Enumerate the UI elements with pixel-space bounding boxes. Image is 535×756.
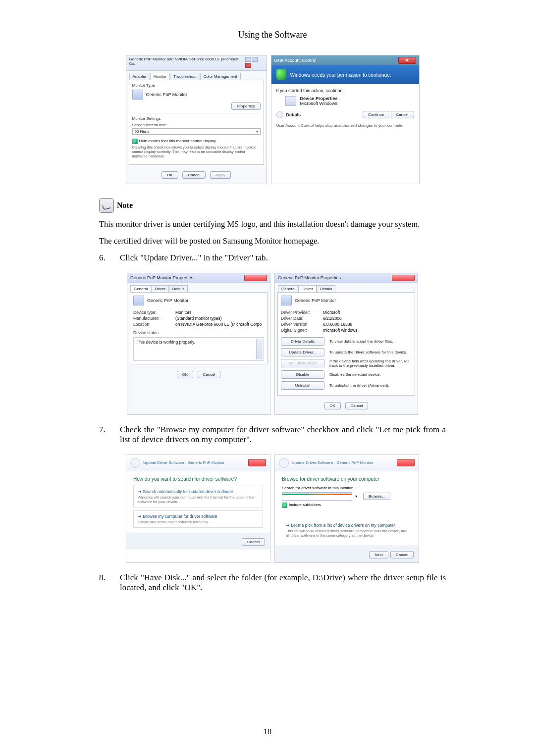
tab-details[interactable]: Details [169,285,188,292]
device-status-text: This device is working properly. [137,340,195,345]
signer-value: microsoft windows [323,328,357,333]
uac-dialog: User Account Control Windows needs your … [271,55,420,184]
ok-button[interactable]: OK [161,171,178,179]
driver-details-button[interactable]: Driver Details [281,337,324,346]
close-icon[interactable] [392,275,415,281]
cancel-button[interactable]: Cancel [198,371,221,378]
hide-modes-desc: Clearing this check box allows you to se… [132,145,261,158]
step-text: Click "Update Driver..." in the "Driver"… [120,253,446,263]
option-desc: Windows will search your computer and th… [138,495,259,504]
option-heading: Search automatically for updated driver … [138,489,259,494]
uac-help-text: User Account Control helps stop unauthor… [276,123,414,128]
tab-general[interactable]: General [130,285,151,292]
rollback-desc: If the device fails after updating the d… [329,359,412,368]
ok-button[interactable]: OK [177,371,194,378]
disable-desc: Disables the selected device. [329,372,412,377]
properties-button[interactable]: Properties [231,102,260,110]
tab-details[interactable]: Details [317,285,335,292]
tab-monitor[interactable]: Monitor [150,73,170,80]
note-paragraph-1: This monitor driver is under certifying … [99,219,446,230]
date-value: 6/21/2006 [323,316,342,321]
step-number: 7. [99,425,108,445]
dialog-title: Generic PnP Monitor Properties [278,275,341,280]
option-heading: Browse my computer for driver software [138,514,259,519]
tab-driver[interactable]: Driver [151,285,168,292]
tab-strip: Adapter Monitor Troubleshoot Color Manag… [126,71,267,80]
monitor-icon [132,90,143,100]
tab-color[interactable]: Color Management [200,73,241,80]
details-label[interactable]: Details [286,112,301,117]
uninstall-button[interactable]: Uninstall [281,381,324,390]
tab-troubleshoot[interactable]: Troubleshoot [170,73,200,80]
screenshot-row-3: Update Driver Software - Generic PnP Mon… [99,454,446,563]
manufacturer-label: Manufacturer: [133,316,175,321]
close-icon[interactable] [398,57,416,64]
location-label: Location: [133,322,175,327]
version-label: Driver Version: [281,322,323,327]
browse-button[interactable]: Browse... [363,493,390,500]
date-label: Driver Date: [281,316,323,321]
step-7: 7. Check the "Browse my computer for dri… [99,425,446,445]
monitor-settings-label: Monitor Settings [132,116,261,121]
update-driver-wizard-search: Update Driver Software - Generic PnP Mon… [126,454,270,563]
cancel-button[interactable]: Cancel [345,402,369,409]
device-status-label: Device status [133,330,264,335]
monitor-properties-dialog: Generic PnP Monitor and NVIDIA GeForce 6… [126,55,267,184]
refresh-rate-label: Screen refresh rate: [132,123,261,127]
wizard-heading: Browse for driver software on your compu… [282,476,412,482]
apply-button: Apply [210,171,231,179]
wizard-breadcrumb: Update Driver Software - Generic PnP Mon… [292,460,373,465]
option-desc: Locate and install driver software manua… [138,520,259,524]
option-pick-from-list[interactable]: Let me pick from a list of device driver… [282,523,412,541]
continue-button[interactable]: Continue [363,111,389,118]
tab-general[interactable]: General [278,285,299,292]
signer-label: Digital Signer: [281,328,323,333]
back-icon[interactable] [130,458,140,468]
step-number: 6. [99,253,108,263]
chevron-down-icon[interactable] [276,111,283,118]
props-driver-dialog: Generic PnP Monitor Properties General D… [274,273,418,415]
cancel-button[interactable]: Cancel [391,111,414,118]
dialog-title: Generic PnP Monitor and NVIDIA GeForce 6… [129,57,245,69]
device-type-label: Device type: [133,310,175,315]
step-text: Check the "Browse my computer for driver… [120,425,446,445]
option-browse[interactable]: Browse my computer for driver software L… [133,510,263,528]
location-input[interactable] [282,492,352,501]
device-status-box: This device is working properly. [133,337,264,361]
step-8: 8. Click "Have Disk..." and select the f… [99,573,446,593]
step-6: 6. Click "Update Driver..." in the "Driv… [99,253,446,263]
uac-publisher: Microsoft Windows [300,101,338,106]
tab-driver[interactable]: Driver [299,285,316,292]
update-driver-wizard-browse: Update Driver Software - Generic PnP Mon… [274,454,419,563]
next-button[interactable]: Next [369,551,388,558]
version-value: 6.0.6000.16386 [323,322,352,327]
tab-adapter[interactable]: Adapter [129,73,150,80]
disable-button[interactable]: Disable [281,370,324,379]
manufacturer-value: (Standard monitor types) [175,316,222,321]
cancel-button[interactable]: Cancel [182,171,206,179]
ok-button[interactable]: OK [324,402,341,409]
uac-title: User Account Control [274,58,317,63]
back-icon[interactable] [279,458,289,468]
refresh-rate-combo[interactable]: 60 Hertz [132,128,261,135]
uac-headline: Windows needs your permission to contion… [290,72,391,78]
cancel-button[interactable]: Cancel [390,551,414,558]
hide-modes-checkbox[interactable]: Hide modes that this monitor cannot disp… [132,139,261,144]
shield-icon [276,69,286,80]
option-search-auto[interactable]: Search automatically for updated driver … [133,486,263,507]
window-controls [245,57,264,69]
cancel-button[interactable]: Cancel [242,538,265,546]
uninstall-desc: To uninstall the driver (Advanced). [329,383,412,388]
device-icon [285,96,296,106]
close-icon[interactable] [397,459,415,466]
dialog-title: Generic PnP Monitor Properties [130,275,193,280]
option-heading: Let me pick from a list of device driver… [286,523,408,528]
monitor-name: Generic PnP Monitor [146,92,187,97]
close-icon[interactable] [244,275,267,281]
device-name: Generic PnP Monitor [147,298,188,303]
update-driver-button[interactable]: Update Driver... [281,348,324,356]
close-icon[interactable] [248,459,266,466]
monitor-type-label: Monitor Type [132,83,261,88]
provider-label: Driver Provider: [281,310,323,315]
include-subfolders-checkbox[interactable]: Include subfolders [282,503,412,508]
